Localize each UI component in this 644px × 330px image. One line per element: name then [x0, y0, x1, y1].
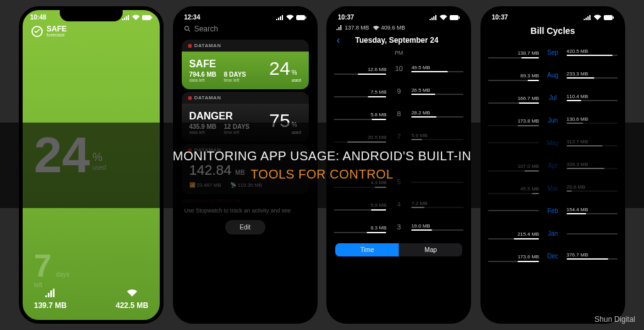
cycle-row[interactable]: 173.6 MB Dec 376.7 MB [488, 245, 618, 267]
battery-icon [296, 15, 306, 20]
signal-icon [122, 15, 130, 20]
svg-rect-2 [296, 15, 305, 20]
notch [214, 10, 277, 21]
edit-button[interactable]: Edit [225, 220, 265, 234]
signal-icon [584, 15, 591, 20]
svg-rect-0 [142, 15, 151, 20]
segment-map[interactable]: Map [399, 243, 462, 256]
state-danger: DANGER [189, 111, 250, 122]
svg-rect-8 [613, 16, 614, 19]
svg-rect-3 [305, 16, 306, 19]
notch [521, 10, 584, 21]
search-icon [184, 26, 191, 32]
svg-point-4 [184, 26, 188, 30]
cellular-icon [45, 289, 55, 300]
segment-time[interactable]: Time [335, 243, 399, 256]
days-left-ghost: 7 days left [23, 248, 160, 289]
wifi-icon [127, 289, 137, 300]
page-title: Bill Cycles [491, 26, 615, 36]
search-bar[interactable]: Search [177, 22, 314, 37]
clock: 12:34 [184, 14, 201, 21]
cellular-usage: 139.7 MB [34, 301, 67, 310]
state-safe: SAFE [189, 58, 247, 70]
hour-row[interactable]: 7.5 MB 9 26.5 MB [334, 80, 464, 102]
segment-control[interactable]: Time Map [335, 243, 462, 256]
clock: 10:48 [30, 14, 47, 21]
battery-icon [450, 15, 460, 20]
app-dot-icon [188, 44, 192, 48]
notch [60, 10, 123, 21]
cycle-row[interactable]: 89.3 MB Aug 233.3 MB [488, 63, 618, 86]
app-dot-icon [188, 96, 192, 100]
wifi-usage: 422.5 MB [116, 301, 148, 310]
svg-rect-5 [450, 15, 458, 20]
signal-icon [276, 15, 284, 20]
footer-stats: 139.7 MB 422.5 MB [23, 289, 160, 320]
wifi-total: 409.6 MB [373, 25, 406, 31]
safe-sublabel: forecast [47, 32, 67, 38]
wifi-icon [132, 14, 140, 20]
stage: 10:48 SAFE forecast 24 % used 7 days [0, 0, 644, 330]
wifi-icon [594, 14, 601, 20]
svg-rect-1 [152, 16, 153, 19]
svg-rect-7 [604, 15, 613, 20]
wifi-icon [440, 14, 447, 20]
pm-label: PM [330, 50, 467, 56]
hour-row[interactable]: 8.3 MB 3 19.0 MB [334, 216, 464, 238]
clock: 10:37 [492, 14, 508, 21]
watermark: Shun Digital [594, 315, 635, 324]
date-title: Tuesday, September 24 [340, 36, 454, 45]
overlay-title: MONITORING APP USAGE: ANDROID'S BUILT-IN… [0, 147, 644, 184]
cycle-row[interactable]: 215.4 MB Jan [488, 222, 618, 245]
clock: 10:37 [338, 14, 354, 21]
cycle-row[interactable]: 138.7 MB Sep 420.5 MB [488, 41, 618, 63]
svg-rect-6 [459, 16, 460, 19]
search-placeholder: Search [194, 25, 218, 33]
check-icon [31, 26, 43, 37]
safe-badge: SAFE forecast [23, 22, 160, 38]
cycle-row[interactable]: 166.7 MB Jul 110.4 MB [488, 86, 618, 109]
battery-icon [142, 15, 152, 20]
widget-safe[interactable]: DATAMAN SAFE 794.6 MBdata left 8 DAYStim… [182, 40, 309, 89]
signal-icon [430, 15, 437, 20]
hour-row[interactable]: 12.6 MB 10 49.5 MB [334, 57, 464, 80]
notch [367, 10, 430, 21]
wifi-icon [286, 14, 294, 20]
cellular-total: 137.8 MB [336, 25, 369, 31]
battery-icon [604, 15, 614, 20]
